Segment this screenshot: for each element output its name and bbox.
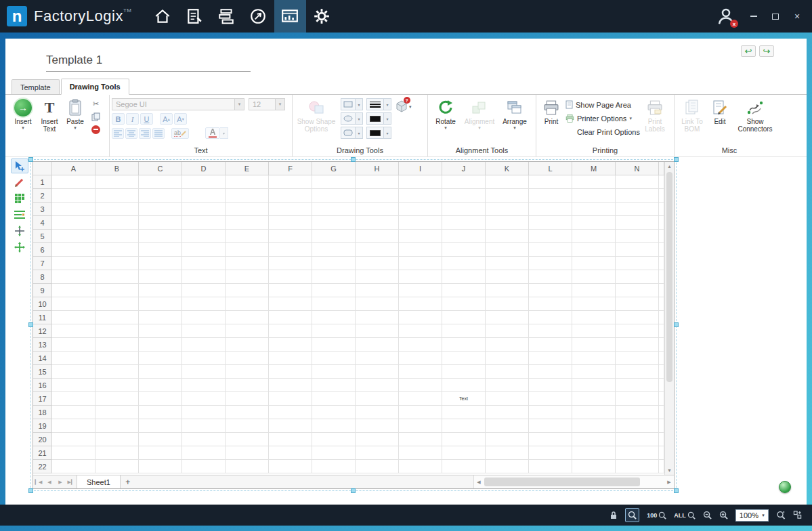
undo-button[interactable]: ↩ bbox=[741, 45, 756, 57]
pointer-tool-icon[interactable] bbox=[11, 158, 28, 173]
grid-cell[interactable] bbox=[486, 433, 529, 446]
selection-handle[interactable] bbox=[351, 157, 356, 162]
grid-cell[interactable] bbox=[312, 406, 356, 419]
grid-cell[interactable] bbox=[616, 203, 659, 216]
grid-cell[interactable] bbox=[95, 324, 139, 338]
row-header[interactable]: 11 bbox=[33, 311, 52, 324]
grid-cell[interactable] bbox=[226, 419, 269, 433]
grid-cell[interactable] bbox=[269, 446, 312, 460]
grid-cell[interactable] bbox=[182, 446, 226, 460]
delete-button[interactable] bbox=[90, 124, 102, 135]
grid-cell[interactable] bbox=[312, 311, 356, 324]
zoom-out-button[interactable] bbox=[703, 511, 712, 519]
grid-cell[interactable] bbox=[182, 365, 226, 379]
grid-cell[interactable] bbox=[399, 460, 442, 473]
grid-cell[interactable] bbox=[529, 365, 572, 379]
grid-cell[interactable] bbox=[182, 203, 226, 216]
grid-cell[interactable] bbox=[226, 284, 269, 297]
grid-cell[interactable] bbox=[616, 406, 659, 419]
grid-cell[interactable] bbox=[442, 338, 486, 352]
user-icon[interactable]: x bbox=[716, 6, 736, 26]
grid-cell[interactable] bbox=[182, 392, 226, 406]
selection-handle[interactable] bbox=[674, 322, 679, 327]
grid-cell[interactable] bbox=[572, 352, 616, 365]
grid-cell[interactable] bbox=[356, 189, 399, 203]
grid-cell[interactable] bbox=[399, 257, 442, 270]
grid-cell[interactable] bbox=[356, 460, 399, 473]
grid-cell[interactable] bbox=[486, 257, 529, 270]
grid-cell[interactable] bbox=[95, 203, 139, 216]
grid-cell[interactable] bbox=[226, 338, 269, 352]
grid-cell[interactable] bbox=[529, 175, 572, 189]
grid-cell[interactable] bbox=[616, 419, 659, 433]
grid-cell[interactable] bbox=[226, 460, 269, 473]
grid-cell[interactable] bbox=[95, 243, 139, 257]
grid-cell[interactable] bbox=[95, 419, 139, 433]
grid-cell[interactable] bbox=[226, 352, 269, 365]
grid-cell[interactable] bbox=[182, 352, 226, 365]
grid-cell[interactable] bbox=[356, 324, 399, 338]
grid-cell[interactable] bbox=[52, 216, 95, 230]
grid-cell[interactable] bbox=[442, 175, 486, 189]
maximize-button[interactable] bbox=[770, 12, 781, 21]
grid-cell[interactable] bbox=[312, 379, 356, 392]
grid-cell[interactable] bbox=[486, 175, 529, 189]
column-header[interactable]: J bbox=[442, 162, 486, 175]
grid-cell[interactable] bbox=[572, 216, 616, 230]
grid-cell[interactable] bbox=[486, 324, 529, 338]
rounded-shape-dropdown[interactable]: ▾ bbox=[356, 127, 363, 139]
grid-cell[interactable] bbox=[139, 446, 182, 460]
grid-cell[interactable] bbox=[139, 406, 182, 419]
grid-cell[interactable] bbox=[312, 189, 356, 203]
grid-cell[interactable] bbox=[95, 311, 139, 324]
grid-cell[interactable] bbox=[616, 338, 659, 352]
grid-cell[interactable] bbox=[139, 392, 182, 406]
grid-cell[interactable] bbox=[529, 243, 572, 257]
grid-cell[interactable] bbox=[139, 460, 182, 473]
grid-cell[interactable] bbox=[95, 446, 139, 460]
grid-cell[interactable] bbox=[572, 297, 616, 311]
grid-cell[interactable] bbox=[616, 243, 659, 257]
grid-cell[interactable] bbox=[572, 230, 616, 243]
grid-cell[interactable] bbox=[139, 311, 182, 324]
row-header[interactable]: 3 bbox=[33, 203, 52, 216]
grid-cell[interactable] bbox=[572, 284, 616, 297]
grid-cell[interactable] bbox=[139, 230, 182, 243]
fit-all-button[interactable] bbox=[793, 511, 803, 519]
fill-color-dropdown[interactable]: ▾ bbox=[384, 127, 391, 139]
grid-cell[interactable] bbox=[182, 311, 226, 324]
grid-cell[interactable] bbox=[95, 460, 139, 473]
selection-handle[interactable] bbox=[674, 157, 679, 162]
grid-cell[interactable] bbox=[182, 419, 226, 433]
grid-cell[interactable] bbox=[312, 433, 356, 446]
selection-handle[interactable] bbox=[28, 322, 33, 327]
grid-cell[interactable] bbox=[139, 379, 182, 392]
row-header[interactable]: 7 bbox=[33, 257, 52, 270]
grid-cell[interactable] bbox=[269, 216, 312, 230]
grid-cell[interactable] bbox=[399, 311, 442, 324]
grid-cell[interactable] bbox=[356, 270, 399, 284]
grid-cell[interactable] bbox=[616, 175, 659, 189]
grid-cell[interactable] bbox=[139, 324, 182, 338]
grid-cell[interactable] bbox=[442, 446, 486, 460]
column-header[interactable]: H bbox=[356, 162, 399, 175]
grid-cell[interactable] bbox=[442, 270, 486, 284]
grid-cell[interactable] bbox=[52, 406, 95, 419]
grid-cell[interactable] bbox=[312, 243, 356, 257]
grid-cell[interactable] bbox=[356, 392, 399, 406]
shape-3d-button[interactable]: ? ▾ bbox=[394, 99, 412, 114]
grid-cell[interactable] bbox=[95, 379, 139, 392]
selection-handle[interactable] bbox=[28, 157, 33, 162]
grid-cell[interactable] bbox=[442, 460, 486, 473]
column-header[interactable]: D bbox=[182, 162, 226, 175]
grid-cell[interactable] bbox=[356, 297, 399, 311]
grid-cell[interactable] bbox=[139, 216, 182, 230]
add-sheet-button[interactable]: + bbox=[121, 475, 135, 488]
scroll-down-arrow[interactable]: ▼ bbox=[667, 466, 672, 475]
grid-cell[interactable] bbox=[529, 216, 572, 230]
grid-cell[interactable] bbox=[486, 284, 529, 297]
grid-cell[interactable] bbox=[399, 175, 442, 189]
grid-cell[interactable] bbox=[269, 311, 312, 324]
grid-cell[interactable] bbox=[226, 189, 269, 203]
grid-cell[interactable] bbox=[572, 392, 616, 406]
